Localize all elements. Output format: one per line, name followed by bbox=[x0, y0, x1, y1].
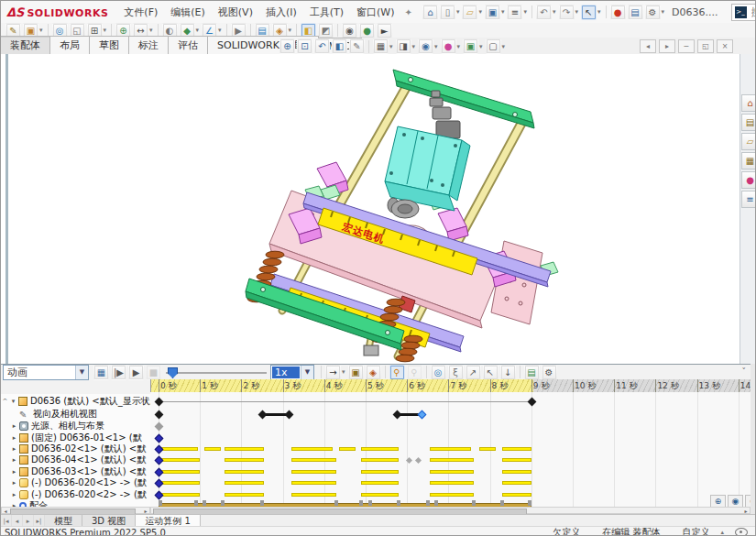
timebar-slider[interactable] bbox=[166, 366, 267, 377]
tree-hscrollbar[interactable]: ◂ ▸ bbox=[1, 507, 150, 514]
tree-scroll-right-icon[interactable]: ▸ bbox=[142, 508, 149, 514]
key-point[interactable] bbox=[258, 410, 268, 420]
collapse-panel-icon[interactable]: ^ bbox=[1, 398, 9, 405]
add-update-key-icon[interactable]: ⚲ bbox=[407, 365, 422, 380]
key-point[interactable] bbox=[155, 410, 164, 420]
edit-appearance-icon[interactable]: ● bbox=[441, 38, 456, 54]
change-bar[interactable] bbox=[430, 481, 473, 485]
change-bar[interactable] bbox=[160, 481, 200, 485]
assembly-features-caret[interactable]: ▾ bbox=[196, 27, 200, 34]
change-bar[interactable] bbox=[339, 447, 356, 451]
change-bar[interactable] bbox=[430, 493, 473, 497]
new-document-caret[interactable]: ▾ bbox=[456, 8, 460, 16]
change-bar[interactable] bbox=[225, 481, 264, 485]
zoom-to-area-icon[interactable]: ⊡ bbox=[297, 38, 312, 54]
change-bar[interactable] bbox=[361, 447, 399, 451]
export-animation-icon[interactable]: → bbox=[325, 365, 341, 380]
window-close-icon[interactable]: × bbox=[717, 39, 733, 53]
study-type-caret[interactable]: ▼ bbox=[75, 366, 88, 379]
pin-icon[interactable]: ✦ bbox=[405, 7, 412, 17]
exploded-view-caret[interactable]: ▾ bbox=[289, 27, 292, 34]
tab-assembly[interactable]: 装配体 bbox=[0, 36, 50, 54]
expand-arrow[interactable]: ▸ bbox=[10, 434, 18, 442]
linear-component-pattern-caret[interactable]: ▾ bbox=[104, 27, 107, 34]
tree-item-comp-d0636-03[interactable]: ▸D0636-03<1> (默认) <默 bbox=[1, 466, 150, 477]
playback-speed-combo[interactable]: 1x ▼ bbox=[270, 365, 314, 380]
change-bar[interactable] bbox=[291, 481, 337, 485]
change-bar[interactable] bbox=[160, 493, 200, 497]
change-bar[interactable] bbox=[361, 481, 399, 485]
tree-item-comp-d0636-04[interactable]: ▸D0636-04<1> (默认) <默 bbox=[1, 454, 150, 465]
gravity-icon[interactable]: ↓ bbox=[500, 365, 516, 380]
timeline-hscrollbar[interactable]: ▸ bbox=[150, 507, 751, 514]
menu-file[interactable]: 文件(F) bbox=[117, 3, 164, 22]
home-icon[interactable]: ⌂ bbox=[422, 5, 438, 20]
change-bar[interactable] bbox=[361, 458, 399, 462]
key-point[interactable] bbox=[392, 410, 401, 420]
options-caret[interactable]: ▾ bbox=[662, 8, 665, 16]
custom-properties-icon[interactable]: ≡ bbox=[741, 191, 756, 208]
expand-arrow[interactable]: ▸ bbox=[10, 422, 18, 430]
key-point[interactable] bbox=[155, 422, 164, 432]
eye-icon[interactable] bbox=[735, 528, 748, 536]
timeline-zoom-reset-icon[interactable]: ◉ bbox=[728, 495, 743, 508]
view-palette-icon[interactable]: ▦ bbox=[741, 152, 756, 170]
previous-view-icon[interactable]: ↶ bbox=[314, 38, 330, 54]
print-caret[interactable]: ▾ bbox=[523, 8, 527, 16]
options-icon[interactable]: ⚙ bbox=[645, 5, 661, 20]
menu-window[interactable]: 窗口(W) bbox=[350, 3, 400, 22]
tree-item-comp-d0636-020-1[interactable]: ▸(-) D0636-020<1> -> (默 bbox=[1, 477, 150, 488]
search-commands-icon[interactable]: >_ bbox=[735, 6, 747, 18]
view-orientation-caret[interactable]: ▾ bbox=[389, 43, 393, 50]
rebuild-icon[interactable]: ● bbox=[610, 5, 626, 20]
tab-markup[interactable]: 标注 bbox=[128, 36, 169, 54]
search-input[interactable] bbox=[750, 5, 756, 19]
timeline-canvas[interactable] bbox=[150, 392, 751, 507]
redo-caret[interactable]: ▾ bbox=[575, 8, 579, 16]
apply-scene-icon[interactable]: ▣ bbox=[463, 38, 478, 54]
study-type-combo[interactable]: 动画 ▼ bbox=[3, 365, 89, 380]
change-bar[interactable] bbox=[361, 493, 399, 497]
tree-item-comp-d0636-02[interactable]: ▸D0636-02<1> (默认) <默 bbox=[1, 443, 150, 454]
contact-icon[interactable]: ↖ bbox=[483, 365, 499, 380]
change-bar[interactable] bbox=[430, 470, 473, 474]
print-icon[interactable]: ≡ bbox=[507, 5, 522, 20]
expand-arrow[interactable]: ▸ bbox=[10, 445, 18, 453]
menu-tools[interactable]: 工具(T) bbox=[303, 3, 350, 22]
menu-view[interactable]: 视图(V) bbox=[212, 3, 259, 22]
timeline-zoom-in-icon[interactable]: ⊕ bbox=[710, 495, 726, 508]
change-bar[interactable] bbox=[204, 447, 221, 451]
feature-manager-splitter[interactable] bbox=[5, 54, 8, 364]
change-bar[interactable] bbox=[291, 493, 337, 497]
play-icon[interactable]: ▶ bbox=[128, 365, 144, 380]
change-bar[interactable] bbox=[502, 447, 531, 451]
change-bar[interactable] bbox=[502, 458, 531, 462]
save-animation-icon[interactable]: ▣ bbox=[348, 365, 364, 380]
change-bar[interactable] bbox=[502, 481, 531, 485]
change-bar[interactable] bbox=[502, 493, 531, 497]
playback-speed-caret[interactable]: ▼ bbox=[301, 366, 313, 379]
design-library-icon[interactable]: ▤ bbox=[741, 114, 756, 131]
solidworks-resources-icon[interactable]: ⌂ bbox=[741, 94, 756, 112]
expand-arrow[interactable]: ▸ bbox=[10, 491, 18, 498]
tab-sketch[interactable]: 草图 bbox=[89, 36, 129, 54]
insert-components-caret[interactable]: ▾ bbox=[39, 27, 43, 34]
change-bar[interactable] bbox=[479, 447, 496, 451]
view-settings-icon[interactable]: ▢ bbox=[486, 38, 501, 54]
change-bar[interactable] bbox=[225, 493, 264, 497]
dynamic-annotation-views-icon[interactable]: ✎ bbox=[349, 38, 365, 54]
motion-study-properties-icon[interactable]: ⚙ bbox=[542, 365, 557, 380]
more-tools-icon[interactable]: ► bbox=[377, 23, 392, 38]
window-forward-icon[interactable]: ▸ bbox=[659, 39, 675, 53]
graphics-viewport[interactable]: 宏达电机 bbox=[1, 54, 740, 364]
view-orientation-icon[interactable]: ▦ bbox=[373, 38, 389, 54]
tree-scroll-left-icon[interactable]: ◂ bbox=[2, 508, 9, 514]
window-back-icon[interactable]: ◂ bbox=[640, 39, 656, 53]
tree-item-assembly-root[interactable]: ^▾D0636 (默认) <默认_显示状态 bbox=[1, 396, 150, 407]
display-style-icon[interactable]: ◨ bbox=[396, 38, 411, 54]
force-icon[interactable]: ↗ bbox=[466, 365, 481, 380]
large-design-review-icon[interactable]: ● bbox=[359, 23, 375, 38]
timeline-ruler[interactable]: 0 秒1 秒2 秒3 秒4 秒5 秒6 秒7 秒8 秒9 秒10 秒11 秒12… bbox=[150, 379, 751, 393]
change-bar[interactable] bbox=[361, 470, 399, 474]
take-snapshot-icon[interactable]: ◉ bbox=[342, 23, 357, 38]
